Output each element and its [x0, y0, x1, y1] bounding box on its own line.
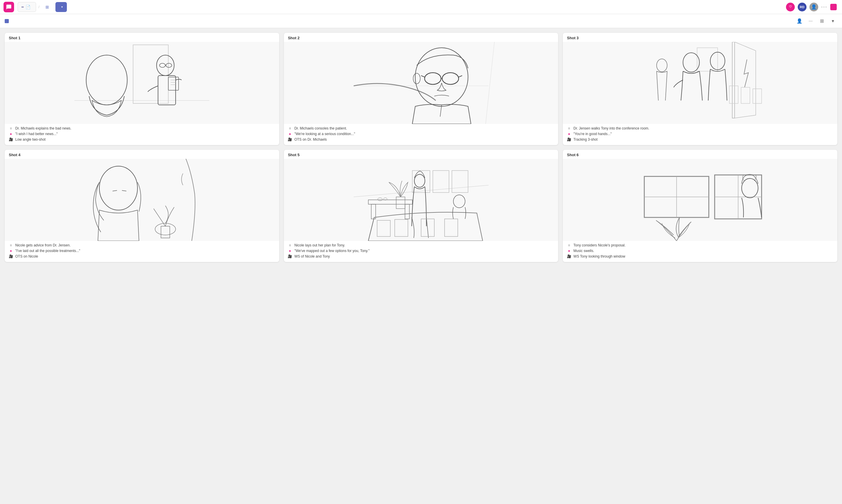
svg-point-5 — [166, 63, 172, 67]
camera-icon-6: 🎥 — [567, 254, 571, 258]
shot-camera-6: WS Tony looking through window — [573, 254, 625, 258]
shot-image-6 — [563, 159, 837, 241]
description-icon-5: ≡ — [288, 243, 292, 247]
svg-rect-37 — [452, 170, 468, 193]
svg-rect-33 — [161, 226, 170, 238]
svg-point-57 — [742, 178, 758, 198]
shot-dialogue-5: "We've mapped out a few options for you,… — [294, 249, 370, 253]
grid-view-button[interactable]: ⊞ — [818, 17, 826, 25]
shot-header-2: Shot 2 — [284, 33, 559, 42]
dialogue-icon-5: ● — [288, 249, 292, 253]
chevron-down-toolbar[interactable]: ▾ — [828, 17, 837, 25]
shot-camera-row-2: 🎥 OTS on Dr. Michaels — [288, 138, 554, 142]
shot-camera-row-3: 🎥 Tracking 3-shot — [567, 138, 833, 142]
shot-header-4: Shot 4 — [5, 150, 279, 159]
storyboards-icon — [5, 19, 9, 23]
shot-dialogue-row-3: ● "You're in good hands..." — [567, 132, 833, 136]
svg-point-26 — [657, 59, 667, 72]
document-tab[interactable]: 📄 — [18, 2, 36, 12]
shot-card-4: Shot 4 ≡ Nicole gets advice from Dr. Jen… — [5, 150, 279, 262]
svg-line-30 — [113, 191, 117, 191]
dialogue-icon-6: ● — [567, 249, 571, 253]
shot-camera-row-1: 🎥 Low angle two-shot — [9, 138, 275, 142]
shot-card-6: Shot 6 ≡ Tony considers Nicole's pro — [563, 150, 837, 262]
svg-rect-8 — [168, 77, 178, 90]
shot-card-2: Shot 2 ≡ Dr. Michaels consoles — [284, 33, 559, 145]
svg-point-14 — [415, 48, 468, 106]
svg-line-19 — [459, 76, 462, 77]
shot-meta-2: ≡ Dr. Michaels consoles the patient. ● "… — [284, 124, 559, 145]
shot-description-row-3: ≡ Dr. Jensen walks Tony into the confere… — [567, 126, 833, 130]
svg-point-2 — [86, 55, 127, 105]
svg-point-29 — [99, 166, 138, 210]
user-avatar-3[interactable]: 👤 — [809, 3, 818, 12]
nav-separator: / — [38, 5, 39, 9]
main-content: Shot 1 ≡ Dr. Michaels explains — [0, 28, 842, 504]
shot-card-5: Shot 5 — [284, 150, 559, 262]
shot-description-row-6: ≡ Tony considers Nicole's proposal. — [567, 243, 833, 247]
more-options-toolbar[interactable]: ··· — [806, 17, 815, 25]
shot-description-6: Tony considers Nicole's proposal. — [573, 243, 625, 247]
shot-image-1 — [5, 42, 279, 124]
user-avatar-2[interactable]: RD — [798, 3, 807, 12]
storyboards-nav-tab[interactable]: ⊞ — [42, 3, 54, 11]
shot-image-5 — [284, 159, 559, 241]
toolbar: 👤 ··· ⊞ ▾ — [0, 14, 842, 28]
shot-dialogue-6: Music swells. — [573, 249, 594, 253]
version-badge — [21, 7, 24, 7]
svg-rect-35 — [412, 170, 430, 193]
camera-icon-2: 🎥 — [288, 138, 292, 142]
shot-camera-2: OTS on Dr. Michaels — [294, 138, 327, 142]
description-icon-2: ≡ — [288, 126, 292, 130]
svg-point-32 — [155, 223, 176, 235]
app-logo[interactable] — [3, 2, 14, 12]
shot-meta-6: ≡ Tony considers Nicole's proposal. ● Mu… — [563, 241, 837, 262]
shot-meta-4: ≡ Nicole gets advice from Dr. Jensen. ● … — [5, 241, 279, 262]
shot-description-5: Nicole lays out her plan for Tony. — [294, 243, 345, 247]
shot-dialogue-row-4: ● "I've laid out all the possible treatm… — [9, 249, 275, 253]
svg-rect-23 — [741, 87, 750, 104]
studio-icon — [830, 4, 837, 10]
shot-camera-row-5: 🎥 WS of Nicole and Tony — [288, 254, 554, 258]
svg-line-45 — [368, 217, 374, 241]
dialogue-icon-4: ● — [9, 249, 13, 253]
shot-dialogue-row-1: ● "I wish I had better news..." — [9, 132, 275, 136]
shot-header-1: Shot 1 — [5, 33, 279, 42]
shot-dialogue-1: "I wish I had better news..." — [15, 132, 58, 136]
shot-dialogue-3: "You're in good hands..." — [573, 132, 612, 136]
svg-rect-39 — [368, 200, 412, 204]
more-options-button[interactable]: ··· — [821, 4, 827, 10]
svg-line-13 — [485, 42, 494, 124]
svg-rect-41 — [405, 204, 409, 219]
svg-rect-22 — [729, 86, 738, 104]
shot-description-row-1: ≡ Dr. Michaels explains the bad news. — [9, 126, 275, 130]
grid-icon: ⊞ — [46, 5, 49, 10]
svg-rect-48 — [421, 219, 434, 236]
shot-camera-row-4: 🎥 OTS on Nicole — [9, 254, 275, 258]
svg-rect-21 — [732, 42, 735, 118]
dialogue-icon-1: ● — [9, 132, 13, 136]
studio-label[interactable] — [830, 4, 839, 10]
description-icon-6: ≡ — [567, 243, 571, 247]
shot-description-2: Dr. Michaels consoles the patient. — [294, 126, 347, 130]
camera-icon-1: 🎥 — [9, 138, 13, 142]
shot-description-row-2: ≡ Dr. Michaels consoles the patient. — [288, 126, 554, 130]
file-icon: 📄 — [25, 5, 31, 10]
shot-dialogue-2: "We're looking at a serious condition...… — [294, 132, 355, 136]
shot-image-4 — [5, 159, 279, 241]
shot-camera-4: OTS on Nicole — [15, 254, 38, 258]
svg-rect-40 — [371, 204, 375, 219]
svg-point-50 — [453, 195, 465, 208]
shot-dialogue-row-5: ● "We've mapped out a few options for yo… — [288, 249, 554, 253]
user-icon-button[interactable]: 👤 — [795, 17, 804, 25]
user-avatar-1[interactable]: ♡ — [786, 3, 795, 12]
shot-camera-3: Tracking 3-shot — [573, 138, 597, 142]
shot-description-row-5: ≡ Nicole lays out her plan for Tony. — [288, 243, 554, 247]
shot-header-3: Shot 3 — [563, 33, 837, 42]
shot-dialogue-row-6: ● Music swells. — [567, 249, 833, 253]
view-only-button[interactable]: ▾ — [55, 2, 67, 12]
nav-right-section: ♡ RD 👤 ··· — [786, 3, 839, 12]
camera-icon-4: 🎥 — [9, 254, 13, 258]
camera-icon-3: 🎥 — [567, 138, 571, 142]
svg-point-4 — [159, 63, 166, 67]
